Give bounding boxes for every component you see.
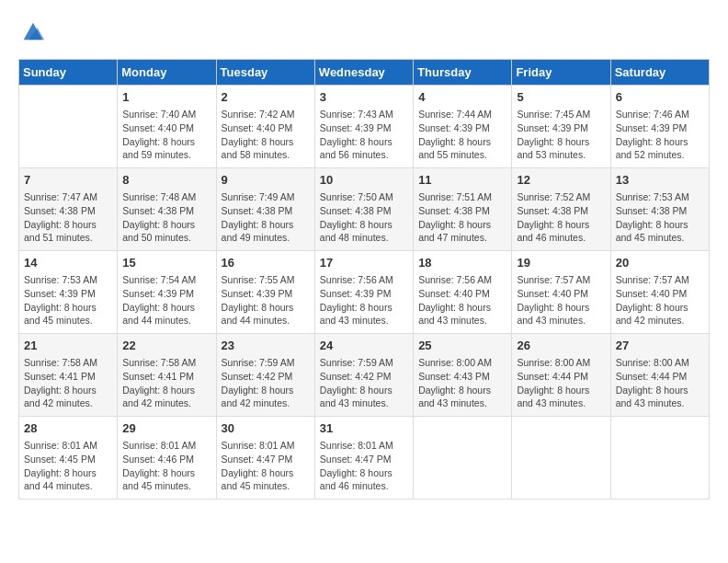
calendar-cell: 19Sunrise: 7:57 AM Sunset: 4:40 PM Dayli… [512, 251, 610, 334]
day-number: 3 [320, 89, 408, 106]
day-number: 10 [320, 172, 408, 189]
day-number: 28 [24, 420, 112, 437]
day-info: Sunrise: 7:56 AM Sunset: 4:39 PM Dayligh… [320, 273, 408, 327]
calendar-table: SundayMondayTuesdayWednesdayThursdayFrid… [18, 59, 710, 500]
calendar-cell: 9Sunrise: 7:49 AM Sunset: 4:38 PM Daylig… [216, 168, 314, 251]
day-info: Sunrise: 7:58 AM Sunset: 4:41 PM Dayligh… [122, 356, 210, 410]
day-number: 6 [616, 89, 704, 106]
day-info: Sunrise: 7:55 AM Sunset: 4:39 PM Dayligh… [222, 273, 310, 327]
calendar-cell: 4Sunrise: 7:44 AM Sunset: 4:39 PM Daylig… [414, 86, 512, 168]
day-number: 18 [418, 255, 506, 271]
day-info: Sunrise: 7:47 AM Sunset: 4:38 PM Dayligh… [24, 190, 112, 245]
column-header-sunday: Sunday [19, 60, 118, 86]
day-number: 19 [517, 255, 605, 271]
column-header-saturday: Saturday [610, 60, 709, 86]
day-info: Sunrise: 7:42 AM Sunset: 4:40 PM Dayligh… [222, 108, 310, 162]
day-info: Sunrise: 7:59 AM Sunset: 4:42 PM Dayligh… [222, 356, 310, 410]
day-info: Sunrise: 7:53 AM Sunset: 4:39 PM Dayligh… [24, 273, 112, 327]
day-number: 31 [320, 420, 408, 437]
calendar-cell [610, 417, 709, 500]
day-info: Sunrise: 7:59 AM Sunset: 4:42 PM Dayligh… [320, 356, 408, 410]
day-info: Sunrise: 7:45 AM Sunset: 4:39 PM Dayligh… [517, 108, 605, 162]
day-number: 27 [616, 338, 704, 354]
day-number: 12 [517, 172, 605, 189]
day-info: Sunrise: 7:49 AM Sunset: 4:38 PM Dayligh… [222, 190, 310, 245]
day-info: Sunrise: 8:00 AM Sunset: 4:44 PM Dayligh… [616, 356, 704, 410]
day-info: Sunrise: 7:50 AM Sunset: 4:38 PM Dayligh… [320, 190, 408, 245]
calendar-cell: 31Sunrise: 8:01 AM Sunset: 4:47 PM Dayli… [314, 417, 413, 500]
day-number: 7 [24, 172, 112, 189]
calendar-cell: 13Sunrise: 7:53 AM Sunset: 4:38 PM Dayli… [610, 168, 709, 251]
day-number: 13 [616, 172, 704, 189]
day-number: 22 [122, 338, 210, 354]
day-number: 17 [320, 255, 408, 271]
calendar-cell: 5Sunrise: 7:45 AM Sunset: 4:39 PM Daylig… [512, 86, 610, 168]
day-info: Sunrise: 7:58 AM Sunset: 4:41 PM Dayligh… [24, 356, 112, 410]
day-number: 24 [320, 338, 408, 354]
calendar-cell: 15Sunrise: 7:54 AM Sunset: 4:39 PM Dayli… [118, 251, 216, 334]
day-number: 21 [24, 338, 112, 354]
day-info: Sunrise: 7:53 AM Sunset: 4:38 PM Dayligh… [616, 190, 704, 245]
calendar-cell: 11Sunrise: 7:51 AM Sunset: 4:38 PM Dayli… [414, 168, 512, 251]
day-number: 16 [222, 255, 310, 271]
day-number: 14 [24, 255, 112, 271]
day-number: 9 [222, 172, 310, 189]
day-number: 20 [616, 255, 704, 271]
day-info: Sunrise: 7:44 AM Sunset: 4:39 PM Dayligh… [418, 108, 506, 162]
day-info: Sunrise: 7:57 AM Sunset: 4:40 PM Dayligh… [517, 273, 605, 327]
page-header [18, 18, 710, 44]
day-info: Sunrise: 8:01 AM Sunset: 4:46 PM Dayligh… [122, 439, 210, 493]
logo-text [18, 18, 46, 44]
logo [18, 18, 46, 44]
calendar-cell: 24Sunrise: 7:59 AM Sunset: 4:42 PM Dayli… [314, 334, 413, 417]
calendar-cell: 30Sunrise: 8:01 AM Sunset: 4:47 PM Dayli… [216, 417, 314, 500]
day-number: 15 [122, 255, 210, 271]
column-header-thursday: Thursday [414, 60, 512, 86]
column-header-monday: Monday [118, 60, 216, 86]
column-header-wednesday: Wednesday [314, 60, 413, 86]
day-number: 30 [222, 420, 310, 437]
calendar-cell: 3Sunrise: 7:43 AM Sunset: 4:39 PM Daylig… [314, 86, 413, 168]
calendar-cell: 12Sunrise: 7:52 AM Sunset: 4:38 PM Dayli… [512, 168, 610, 251]
day-info: Sunrise: 7:54 AM Sunset: 4:39 PM Dayligh… [122, 273, 210, 327]
day-info: Sunrise: 7:48 AM Sunset: 4:38 PM Dayligh… [122, 190, 210, 245]
day-number: 23 [222, 338, 310, 354]
day-number: 29 [122, 420, 210, 437]
day-info: Sunrise: 8:00 AM Sunset: 4:43 PM Dayligh… [418, 356, 506, 410]
day-number: 25 [418, 338, 506, 354]
day-info: Sunrise: 8:01 AM Sunset: 4:47 PM Dayligh… [320, 439, 408, 493]
calendar-cell: 22Sunrise: 7:58 AM Sunset: 4:41 PM Dayli… [118, 334, 216, 417]
calendar-cell: 14Sunrise: 7:53 AM Sunset: 4:39 PM Dayli… [19, 251, 118, 334]
calendar-cell: 7Sunrise: 7:47 AM Sunset: 4:38 PM Daylig… [19, 168, 118, 251]
day-info: Sunrise: 7:46 AM Sunset: 4:39 PM Dayligh… [616, 108, 704, 162]
day-info: Sunrise: 7:56 AM Sunset: 4:40 PM Dayligh… [418, 273, 506, 327]
calendar-cell: 25Sunrise: 8:00 AM Sunset: 4:43 PM Dayli… [414, 334, 512, 417]
calendar-cell [19, 86, 118, 168]
day-info: Sunrise: 8:01 AM Sunset: 4:45 PM Dayligh… [24, 439, 112, 493]
day-number: 4 [418, 89, 506, 106]
day-number: 2 [222, 89, 310, 106]
calendar-cell: 16Sunrise: 7:55 AM Sunset: 4:39 PM Dayli… [216, 251, 314, 334]
day-number: 11 [418, 172, 506, 189]
day-info: Sunrise: 7:52 AM Sunset: 4:38 PM Dayligh… [517, 190, 605, 245]
column-header-tuesday: Tuesday [216, 60, 314, 86]
calendar-cell: 28Sunrise: 8:01 AM Sunset: 4:45 PM Dayli… [19, 417, 118, 500]
calendar-cell: 2Sunrise: 7:42 AM Sunset: 4:40 PM Daylig… [216, 86, 314, 168]
calendar-cell: 29Sunrise: 8:01 AM Sunset: 4:46 PM Dayli… [118, 417, 216, 500]
calendar-cell: 18Sunrise: 7:56 AM Sunset: 4:40 PM Dayli… [414, 251, 512, 334]
calendar-cell: 10Sunrise: 7:50 AM Sunset: 4:38 PM Dayli… [314, 168, 413, 251]
calendar-cell: 6Sunrise: 7:46 AM Sunset: 4:39 PM Daylig… [610, 86, 709, 168]
day-number: 8 [122, 172, 210, 189]
day-info: Sunrise: 8:01 AM Sunset: 4:47 PM Dayligh… [222, 439, 310, 493]
day-number: 1 [122, 89, 210, 106]
column-header-friday: Friday [512, 60, 610, 86]
day-info: Sunrise: 7:57 AM Sunset: 4:40 PM Dayligh… [616, 273, 704, 327]
calendar-cell: 21Sunrise: 7:58 AM Sunset: 4:41 PM Dayli… [19, 334, 118, 417]
day-info: Sunrise: 7:43 AM Sunset: 4:39 PM Dayligh… [320, 108, 408, 162]
calendar-cell: 1Sunrise: 7:40 AM Sunset: 4:40 PM Daylig… [118, 86, 216, 168]
calendar-cell: 20Sunrise: 7:57 AM Sunset: 4:40 PM Dayli… [610, 251, 709, 334]
day-info: Sunrise: 8:00 AM Sunset: 4:44 PM Dayligh… [517, 356, 605, 410]
calendar-cell: 26Sunrise: 8:00 AM Sunset: 4:44 PM Dayli… [512, 334, 610, 417]
calendar-cell [512, 417, 610, 500]
calendar-cell: 27Sunrise: 8:00 AM Sunset: 4:44 PM Dayli… [610, 334, 709, 417]
